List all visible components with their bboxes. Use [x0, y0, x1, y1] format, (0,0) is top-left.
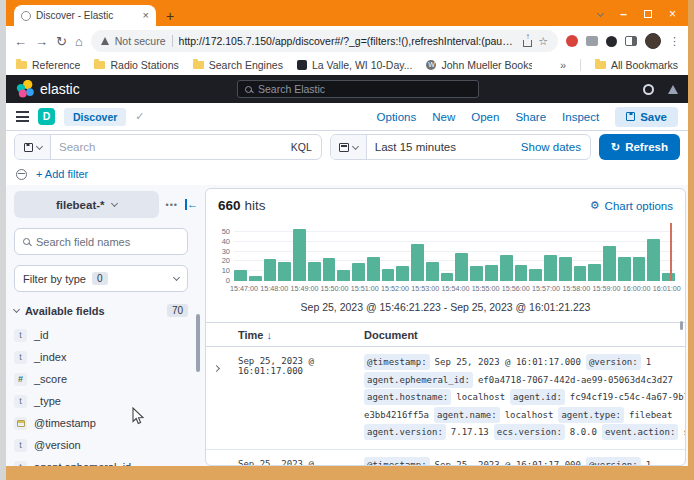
help-icon[interactable]: [643, 84, 654, 95]
histogram-bar[interactable]: [337, 270, 350, 281]
field-item[interactable]: @timestamp: [14, 412, 198, 434]
histogram-bar[interactable]: [633, 257, 646, 281]
refresh-button[interactable]: ↻ Refresh: [599, 134, 680, 160]
share-icon[interactable]: [523, 40, 532, 47]
histogram-bar[interactable]: [264, 259, 277, 281]
close-window-button[interactable]: ×: [669, 8, 676, 20]
adblock-extension-icon[interactable]: [566, 35, 578, 47]
histogram-bar[interactable]: [293, 229, 306, 281]
back-icon[interactable]: ←: [14, 35, 27, 48]
field-search-input[interactable]: [36, 236, 179, 248]
new-button[interactable]: New: [432, 111, 455, 123]
field-item[interactable]: t_id: [14, 324, 198, 346]
sort-desc-icon[interactable]: ↓: [267, 329, 273, 341]
filter-set-icon[interactable]: [16, 169, 27, 180]
save-button[interactable]: Save: [615, 107, 678, 127]
histogram-bar[interactable]: [278, 262, 291, 281]
bookmark-item[interactable]: WJohn Mueller Books: [426, 59, 532, 71]
profile-avatar[interactable]: [645, 33, 661, 49]
chart-options-button[interactable]: ⚙ Chart options: [590, 200, 673, 212]
histogram-bar[interactable]: [367, 257, 380, 281]
bookmark-item[interactable]: Search Engines: [193, 59, 283, 71]
sidebar-scrollbar[interactable]: [196, 314, 200, 372]
alerts-icon[interactable]: [668, 85, 678, 94]
time-column-header[interactable]: Time ↓: [238, 329, 364, 341]
histogram-bar[interactable]: [352, 263, 365, 281]
all-bookmarks-button[interactable]: All Bookmarks: [595, 59, 678, 71]
search-input[interactable]: [51, 141, 282, 153]
open-button[interactable]: Open: [471, 111, 499, 123]
expand-row-button[interactable]: [214, 457, 238, 467]
document-column-header[interactable]: Document: [364, 329, 685, 341]
bookmark-item[interactable]: Reference: [16, 59, 80, 71]
histogram-bar[interactable]: [500, 255, 513, 282]
histogram-bar[interactable]: [426, 262, 439, 281]
histogram-bar[interactable]: [441, 273, 454, 281]
not-secure-warning-icon[interactable]: [101, 37, 109, 45]
add-filter-button[interactable]: + Add filter: [36, 168, 88, 180]
main-menu-icon[interactable]: [16, 111, 29, 122]
pinned-extension-icon[interactable]: [606, 36, 617, 47]
space-badge[interactable]: D: [38, 108, 55, 125]
histogram-bar[interactable]: [308, 262, 321, 281]
index-pattern-options-icon[interactable]: •••: [166, 200, 178, 210]
histogram-bar[interactable]: [662, 273, 675, 281]
histogram-bar[interactable]: [485, 265, 498, 281]
maximize-button[interactable]: [644, 10, 652, 18]
show-dates-button[interactable]: Show dates: [512, 141, 590, 153]
window-menu-chevron-icon[interactable]: [597, 9, 604, 16]
forward-icon[interactable]: →: [35, 35, 48, 48]
bookmark-item[interactable]: La Valle, WI 10-Day...: [297, 59, 413, 71]
field-item[interactable]: t_index: [14, 346, 198, 368]
histogram-bar[interactable]: [588, 264, 601, 281]
bookmark-star-icon[interactable]: ☆: [538, 36, 548, 47]
elastic-brand[interactable]: elastic: [16, 80, 80, 98]
new-tab-button[interactable]: +: [166, 9, 174, 23]
histogram-bar[interactable]: [470, 266, 483, 281]
date-quick-menu-button[interactable]: [331, 135, 367, 159]
histogram-bar[interactable]: [249, 276, 262, 281]
histogram-bar[interactable]: [603, 246, 616, 281]
histogram-bar[interactable]: [455, 253, 468, 281]
extension-icon[interactable]: [586, 36, 598, 46]
url-text[interactable]: http://172.105.7.150/app/discover#/?_g=(…: [179, 35, 518, 47]
query-language-button[interactable]: KQL: [282, 141, 321, 153]
histogram-bar[interactable]: [515, 265, 528, 281]
browser-tab[interactable]: Discover - Elastic ×: [14, 5, 156, 26]
histogram-bar[interactable]: [323, 258, 336, 281]
url-field[interactable]: Not secure http://172.105.7.150/app/disc…: [91, 30, 558, 52]
saved-query-menu-button[interactable]: [15, 135, 51, 159]
home-icon[interactable]: ⌂: [75, 35, 83, 48]
not-secure-label[interactable]: Not secure: [115, 35, 166, 47]
bookmarks-overflow-chevron[interactable]: »: [560, 59, 566, 71]
side-panel-icon[interactable]: [625, 36, 637, 46]
histogram-bar[interactable]: [544, 255, 557, 282]
collapse-sidebar-icon[interactable]: ←: [185, 199, 198, 210]
doc-table-scrollbar[interactable]: [680, 321, 683, 330]
field-item[interactable]: t_type: [14, 390, 198, 412]
field-item[interactable]: tagent.ephemeral_id: [14, 456, 198, 466]
filter-by-type-dropdown[interactable]: Filter by type 0: [14, 265, 188, 292]
browser-menu-icon[interactable]: ⋮: [669, 36, 680, 47]
global-search-input[interactable]: Search Elastic: [237, 80, 479, 98]
histogram-bar[interactable]: [396, 266, 409, 281]
options-button[interactable]: Options: [377, 111, 417, 123]
minimize-button[interactable]: –: [620, 8, 627, 20]
histogram-bar[interactable]: [559, 257, 572, 281]
index-pattern-selector[interactable]: filebeat-*: [14, 191, 159, 218]
share-button[interactable]: Share: [515, 111, 546, 123]
field-item[interactable]: #_score: [14, 368, 198, 390]
time-range-value[interactable]: Last 15 minutes: [367, 141, 512, 153]
field-item[interactable]: t@version: [14, 434, 198, 456]
tab-close-icon[interactable]: ×: [143, 10, 149, 21]
breadcrumb-discover[interactable]: Discover: [64, 108, 126, 126]
inspect-button[interactable]: Inspect: [562, 111, 599, 123]
histogram-bar[interactable]: [618, 257, 631, 281]
reload-icon[interactable]: ↻: [56, 35, 67, 48]
histogram-bar[interactable]: [647, 239, 660, 281]
histogram-bar[interactable]: [234, 270, 247, 281]
histogram-bar[interactable]: [411, 244, 424, 281]
histogram-bar[interactable]: [382, 269, 395, 281]
expand-row-button[interactable]: [214, 354, 238, 442]
histogram-bar[interactable]: [529, 269, 542, 281]
